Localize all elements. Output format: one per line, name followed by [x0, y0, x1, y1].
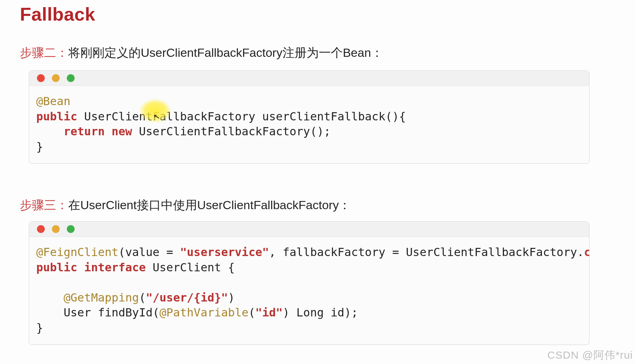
annotation-bean: @Bean	[36, 94, 70, 108]
code-text: UserClientFallbackFactory userClientFall…	[77, 110, 406, 123]
keyword-new: new	[112, 125, 132, 138]
brace-close: }	[36, 321, 43, 335]
close-icon	[37, 74, 45, 82]
indent	[36, 291, 64, 304]
code-text: UserClient {	[146, 261, 235, 274]
brace-close: }	[36, 140, 43, 153]
page-title: Fallback	[20, 4, 95, 25]
minimize-icon	[52, 74, 60, 82]
paren: )	[228, 291, 235, 304]
string-literal: "userservice"	[180, 245, 269, 259]
step2-body: 将刚刚定义的UserClientFallbackFactory注册为一个Bean…	[68, 46, 383, 59]
keyword-interface: interface	[84, 261, 146, 274]
space	[105, 125, 112, 138]
code-panel-step3: @FeignClient(value = "userservice", fall…	[29, 221, 590, 345]
step2-label: 步骤二：将刚刚定义的UserClientFallbackFactory注册为一个…	[20, 45, 383, 60]
string-literal: "/user/{id}"	[146, 291, 228, 304]
panel-header	[29, 222, 589, 237]
annotation-feignclient: @FeignClient	[36, 245, 118, 259]
paren: (	[248, 306, 255, 319]
code-text: User findById(	[64, 306, 160, 319]
annotation-pathvariable: @PathVariable	[160, 306, 248, 319]
step3-label: 步骤三：在UserClient接口中使用UserClientFallbackFa…	[20, 197, 351, 213]
space	[77, 261, 84, 274]
step3-body: 在UserClient接口中使用UserClientFallbackFactor…	[68, 198, 351, 212]
maximize-icon	[67, 225, 75, 233]
code-panel-step2: @Bean public UserClientFallbackFactory u…	[29, 70, 590, 164]
annotation-getmapping: @GetMapping	[64, 291, 139, 304]
indent	[36, 306, 64, 319]
step2-prefix: 步骤二：	[20, 46, 68, 59]
paren: )	[283, 306, 290, 319]
watermark-text: CSDN @阿伟*rui	[547, 348, 633, 363]
document-page: Fallback 步骤二：将刚刚定义的UserClientFallbackFac…	[0, 0, 635, 364]
keyword-class: class	[584, 245, 590, 259]
close-icon	[37, 225, 45, 233]
maximize-icon	[67, 74, 75, 82]
code-text: , fallbackFactory = UserClientFallbackFa…	[269, 245, 584, 259]
string-literal: "id"	[255, 306, 283, 319]
keyword-return: return	[64, 125, 105, 138]
code-body-step2: @Bean public UserClientFallbackFactory u…	[29, 86, 589, 163]
panel-header	[29, 71, 589, 86]
code-text: UserClientFallbackFactory();	[132, 125, 331, 138]
paren: (	[139, 291, 146, 304]
keyword-public: public	[36, 110, 77, 123]
minimize-icon	[52, 225, 60, 233]
code-text: Long id);	[290, 306, 358, 319]
keyword-public: public	[36, 261, 77, 274]
indent	[36, 125, 64, 138]
step3-prefix: 步骤三：	[20, 198, 68, 212]
code-text: (value =	[118, 245, 180, 259]
code-body-step3: @FeignClient(value = "userservice", fall…	[29, 237, 589, 344]
